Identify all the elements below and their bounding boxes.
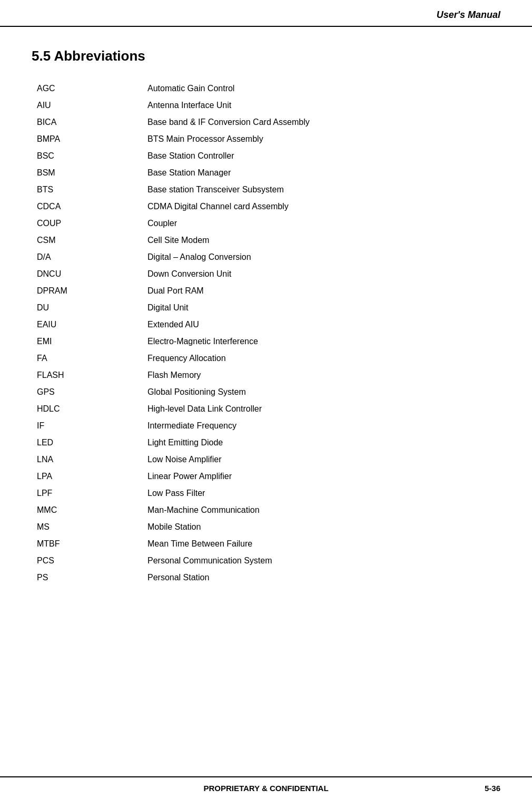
table-row: DUDigital Unit [32, 299, 500, 316]
abbr-definition: Linear Power Amplifier [137, 468, 500, 485]
abbr-definition: Flash Memory [137, 367, 500, 384]
abbr-definition: Extended AIU [137, 316, 500, 333]
abbr-definition: Digital Unit [137, 299, 500, 316]
table-row: PSPersonal Station [32, 569, 500, 586]
abbr-term: LPA [32, 468, 137, 485]
abbr-definition: Mobile Station [137, 519, 500, 535]
abbr-term: DU [32, 299, 137, 316]
abbr-term: GPS [32, 384, 137, 401]
abbr-definition: Low Pass Filter [137, 485, 500, 502]
abbr-definition: Personal Communication System [137, 552, 500, 569]
page-container: User's Manual 5.5 Abbreviations AGCAutom… [0, 0, 532, 799]
abbr-term: D/A [32, 249, 137, 266]
abbr-definition: Light Emitting Diode [137, 434, 500, 451]
abbr-term: MMC [32, 502, 137, 519]
table-row: LPALinear Power Amplifier [32, 468, 500, 485]
abbr-definition: Mean Time Between Failure [137, 535, 500, 552]
page-header: User's Manual [0, 0, 532, 27]
abbr-definition: Base Station Manager [137, 164, 500, 181]
abbr-definition: Cell Site Modem [137, 232, 500, 249]
abbr-term: LNA [32, 451, 137, 468]
table-row: MTBFMean Time Between Failure [32, 535, 500, 552]
page-footer: PROPRIETARY & CONFIDENTIAL 5-36 [0, 776, 532, 799]
abbr-term: MTBF [32, 535, 137, 552]
table-row: LEDLight Emitting Diode [32, 434, 500, 451]
table-row: FLASHFlash Memory [32, 367, 500, 384]
abbr-term: PS [32, 569, 137, 586]
abbr-definition: High-level Data Link Controller [137, 401, 500, 417]
abbr-definition: CDMA Digital Channel card Assembly [137, 198, 500, 215]
abbr-term: CDCA [32, 198, 137, 215]
table-row: EMIElectro-Magnetic Interference [32, 333, 500, 350]
abbr-term: AGC [32, 80, 137, 97]
table-row: IFIntermediate Frequency [32, 417, 500, 434]
abbr-term: COUP [32, 215, 137, 232]
abbr-term: IF [32, 417, 137, 434]
table-row: DNCUDown Conversion Unit [32, 266, 500, 282]
abbr-term: BTS [32, 181, 137, 198]
table-row: D/ADigital – Analog Conversion [32, 249, 500, 266]
table-row: LPFLow Pass Filter [32, 485, 500, 502]
abbr-term: FLASH [32, 367, 137, 384]
abbr-term: DNCU [32, 266, 137, 282]
header-title: User's Manual [437, 9, 500, 21]
abbr-definition: Dual Port RAM [137, 282, 500, 299]
abbr-term: EMI [32, 333, 137, 350]
abbr-term: BICA [32, 114, 137, 131]
abbr-definition: Coupler [137, 215, 500, 232]
table-row: CDCACDMA Digital Channel card Assembly [32, 198, 500, 215]
abbr-term: MS [32, 519, 137, 535]
abbr-term: BSC [32, 148, 137, 164]
abbr-definition: Electro-Magnetic Interference [137, 333, 500, 350]
abbr-definition: BTS Main Processor Assembly [137, 131, 500, 148]
abbr-term: AIU [32, 97, 137, 114]
table-row: HDLCHigh-level Data Link Controller [32, 401, 500, 417]
table-row: PCSPersonal Communication System [32, 552, 500, 569]
abbr-definition: Personal Station [137, 569, 500, 586]
abbreviations-table: AGCAutomatic Gain ControlAIUAntenna Inte… [32, 80, 500, 586]
table-row: AIUAntenna Interface Unit [32, 97, 500, 114]
abbr-definition: Base Station Controller [137, 148, 500, 164]
abbr-term: DPRAM [32, 282, 137, 299]
abbr-definition: Global Positioning System [137, 384, 500, 401]
table-row: BSCBase Station Controller [32, 148, 500, 164]
abbr-definition: Base station Transceiver Subsystem [137, 181, 500, 198]
abbr-term: CSM [32, 232, 137, 249]
abbr-term: HDLC [32, 401, 137, 417]
footer-page: 5-36 [383, 784, 501, 793]
footer-center: PROPRIETARY & CONFIDENTIAL [149, 784, 383, 793]
abbr-definition: Man-Machine Communication [137, 502, 500, 519]
abbr-definition: Base band & IF Conversion Card Assembly [137, 114, 500, 131]
abbr-definition: Automatic Gain Control [137, 80, 500, 97]
abbr-term: BMPA [32, 131, 137, 148]
table-row: BICABase band & IF Conversion Card Assem… [32, 114, 500, 131]
abbr-term: EAIU [32, 316, 137, 333]
abbr-definition: Antenna Interface Unit [137, 97, 500, 114]
section-title: 5.5 Abbreviations [32, 48, 500, 64]
table-row: LNALow Noise Amplifier [32, 451, 500, 468]
abbr-term: PCS [32, 552, 137, 569]
table-row: BSMBase Station Manager [32, 164, 500, 181]
abbr-definition: Digital – Analog Conversion [137, 249, 500, 266]
abbr-term: LED [32, 434, 137, 451]
table-row: MMCMan-Machine Communication [32, 502, 500, 519]
table-row: COUPCoupler [32, 215, 500, 232]
abbr-definition: Frequency Allocation [137, 350, 500, 367]
table-row: GPSGlobal Positioning System [32, 384, 500, 401]
table-row: CSMCell Site Modem [32, 232, 500, 249]
table-row: EAIUExtended AIU [32, 316, 500, 333]
table-row: AGCAutomatic Gain Control [32, 80, 500, 97]
table-row: BMPABTS Main Processor Assembly [32, 131, 500, 148]
table-row: MSMobile Station [32, 519, 500, 535]
abbr-definition: Intermediate Frequency [137, 417, 500, 434]
abbr-definition: Low Noise Amplifier [137, 451, 500, 468]
page-content: 5.5 Abbreviations AGCAutomatic Gain Cont… [0, 27, 532, 628]
abbr-definition: Down Conversion Unit [137, 266, 500, 282]
table-row: BTSBase station Transceiver Subsystem [32, 181, 500, 198]
table-row: FAFrequency Allocation [32, 350, 500, 367]
abbr-term: BSM [32, 164, 137, 181]
abbr-term: LPF [32, 485, 137, 502]
table-row: DPRAMDual Port RAM [32, 282, 500, 299]
abbr-term: FA [32, 350, 137, 367]
